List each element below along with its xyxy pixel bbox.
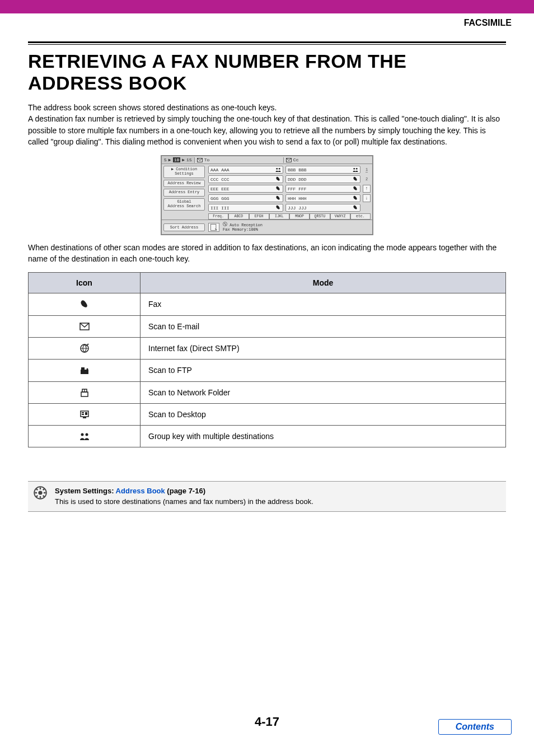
pager-cell: 1 xyxy=(363,167,371,172)
fax-icon xyxy=(79,300,90,310)
onetouch-label: JJJ JJJ xyxy=(288,206,307,211)
note-suffix: (page 7-16) xyxy=(165,487,205,495)
mode-cell: Group key with multiple destinations xyxy=(140,426,506,447)
table-row: Scan to Desktop xyxy=(29,403,506,425)
alpha-tab[interactable]: Freq. xyxy=(208,213,228,220)
fax-icon xyxy=(353,195,358,201)
mode-cell: Fax xyxy=(140,293,506,315)
note-body: This is used to store destinations (name… xyxy=(55,497,313,506)
sort-address-button[interactable]: Sort Address xyxy=(163,223,205,231)
status-line2: Fax Memory:100% xyxy=(223,227,258,232)
table-row: Scan to Network Folder xyxy=(29,381,506,403)
onetouch-key[interactable]: HHH HHH xyxy=(285,194,360,202)
onetouch-label: FFF FFF xyxy=(288,186,307,192)
status-text: Auto Reception Fax Memory:100% xyxy=(223,222,263,232)
onetouch-key[interactable]: JJJ JJJ xyxy=(285,204,360,212)
alpha-tab[interactable]: VWXYZ xyxy=(330,213,350,220)
onetouch-key[interactable]: EEE EEE xyxy=(208,185,283,193)
onetouch-key[interactable]: DDD DDD xyxy=(285,175,360,183)
tab-cc[interactable]: Cc xyxy=(283,157,372,163)
tab-to-label: To xyxy=(204,157,210,162)
onetouch-key[interactable]: FFF FFF xyxy=(285,185,360,193)
preview-button[interactable] xyxy=(208,223,219,232)
alpha-tab[interactable]: ABCD xyxy=(228,213,249,220)
below-screen-text: When destinations of other scan modes ar… xyxy=(28,242,506,265)
note-link[interactable]: Address Book xyxy=(116,487,165,495)
mode-table: Icon Mode FaxScan to E-mailInternet fax … xyxy=(28,272,506,447)
icon-cell xyxy=(29,403,140,425)
icon-cell xyxy=(29,381,140,403)
alpha-tab[interactable]: EFGH xyxy=(249,213,269,220)
mode-cell: Internet fax (Direct SMTP) xyxy=(140,337,506,359)
email-icon xyxy=(79,321,90,332)
page-down-button[interactable]: ↓ xyxy=(363,194,371,202)
col-icon: Icon xyxy=(29,273,140,293)
onetouch-key[interactable]: AAA AAA xyxy=(208,166,283,174)
onetouch-label: CCC CCC xyxy=(210,177,229,182)
icon-cell xyxy=(29,360,140,381)
group-icon xyxy=(79,431,90,441)
fax-icon xyxy=(275,176,281,182)
crumb-1: 5 xyxy=(164,157,167,162)
mode-cell: Scan to Desktop xyxy=(140,403,506,425)
mode-cell: Scan to FTP xyxy=(140,360,506,381)
onetouch-label: AAA AAA xyxy=(210,167,229,172)
ftp-icon xyxy=(79,366,90,376)
contents-label: Contents xyxy=(456,722,494,731)
fax-icon xyxy=(353,176,358,182)
icon-cell xyxy=(29,426,140,447)
alpha-tabs: Freq.ABCDEFGHIJKLMNOPQRSTUVWXYZetc. xyxy=(208,213,371,220)
tab-to[interactable]: To xyxy=(194,157,283,163)
alpha-tab[interactable]: etc. xyxy=(350,213,371,220)
ifax-icon xyxy=(79,343,90,353)
note-prefix: System Settings: xyxy=(55,487,116,495)
onetouch-key[interactable]: GGG GGG xyxy=(208,194,283,202)
fax-icon xyxy=(353,186,358,192)
mode-cell: Scan to Network Folder xyxy=(140,381,506,403)
icon-cell xyxy=(29,293,140,315)
side-btn-label: Address Review xyxy=(168,181,201,185)
side-address-entry[interactable]: Address Entry xyxy=(163,189,205,197)
table-row: Group key with multiple destinations xyxy=(29,426,506,447)
intro-paragraph: The address book screen shows stored des… xyxy=(28,102,506,147)
side-condition-settings[interactable]: ▶ Condition Settings xyxy=(163,166,205,178)
onetouch-label: GGG GGG xyxy=(210,196,229,201)
rule-thick xyxy=(28,41,506,43)
alpha-tab[interactable]: MNOP xyxy=(289,213,310,220)
side-btn-label: Address Entry xyxy=(169,190,200,194)
netfolder-icon xyxy=(79,388,90,398)
alpha-tab[interactable]: QRSTU xyxy=(310,213,330,220)
fax-icon xyxy=(275,186,281,192)
side-btn-label: Global Address Search xyxy=(168,199,201,208)
onetouch-key[interactable]: CCC CCC xyxy=(208,175,283,183)
desktop-icon xyxy=(79,409,90,419)
side-address-review[interactable]: Address Review xyxy=(163,180,205,188)
onetouch-key[interactable]: III III xyxy=(208,204,283,212)
side-global-search[interactable]: Global Address Search xyxy=(163,198,205,210)
alpha-tab[interactable]: IJKL xyxy=(269,213,289,220)
envelope-icon xyxy=(286,157,292,163)
onetouch-label: III III xyxy=(210,206,229,211)
page-up-button[interactable]: ↑ xyxy=(363,185,371,193)
pager-cell: ↓ xyxy=(363,194,371,202)
preview-icon xyxy=(210,223,218,231)
table-row: Internet fax (Direct SMTP) xyxy=(29,337,506,359)
table-row: Scan to FTP xyxy=(29,360,506,381)
icon-cell xyxy=(29,337,140,359)
phone-circle-icon xyxy=(223,222,227,226)
onetouch-key[interactable]: BBB BBB xyxy=(285,166,360,174)
group-icon xyxy=(275,167,281,172)
table-row: Fax xyxy=(29,293,506,315)
onetouch-label: BBB BBB xyxy=(288,167,307,172)
fax-icon xyxy=(275,205,281,211)
addressbook-screen: 5▶ 10▶ 15 To Cc ▶ Condition Settings Add… xyxy=(161,155,373,235)
main-panel: AAA AAABBB BBB1CCC CCCDDD DDD2EEE EEEFFF… xyxy=(207,164,372,220)
onetouch-label: EEE EEE xyxy=(210,186,229,192)
onetouch-label: DDD DDD xyxy=(288,177,307,182)
table-row: Scan to E-mail xyxy=(29,315,506,337)
side-btn-label: Condition Settings xyxy=(175,167,197,176)
contents-button[interactable]: Contents xyxy=(438,719,512,735)
mode-cell: Scan to E-mail xyxy=(140,315,506,337)
envelope-icon xyxy=(197,157,203,163)
system-settings-note: System Settings: Address Book (page 7-16… xyxy=(28,481,506,511)
